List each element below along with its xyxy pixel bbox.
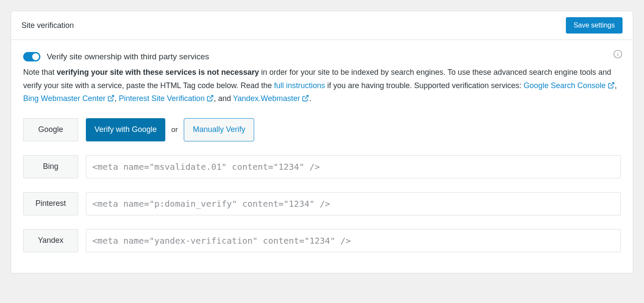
svg-line-5 <box>210 95 213 99</box>
svg-line-3 <box>611 83 614 86</box>
panel-body: Verify site ownership with third party s… <box>11 40 633 273</box>
toggle-label: Verify site ownership with third party s… <box>47 52 209 61</box>
panel-title: Site verification <box>21 21 74 30</box>
toggle-row: Verify site ownership with third party s… <box>23 52 621 61</box>
external-link-icon <box>608 80 615 87</box>
verify-with-google-button[interactable]: Verify with Google <box>86 118 165 141</box>
site-verification-panel: Site verification Save settings Verify s… <box>11 11 633 273</box>
description-text: Note that verifying your site with these… <box>23 66 621 105</box>
svg-line-6 <box>305 95 308 99</box>
google-search-console-link[interactable]: Google Search Console <box>524 81 615 90</box>
yandex-webmaster-link[interactable]: Yandex.Webmaster <box>233 94 309 103</box>
external-link-icon <box>207 93 214 100</box>
google-row: Google Verify with Google or Manually Ve… <box>23 118 621 141</box>
google-label: Google <box>23 118 78 141</box>
svg-point-1 <box>617 52 618 53</box>
or-text: or <box>171 125 178 134</box>
bing-row: Bing <box>23 155 621 178</box>
bing-label: Bing <box>23 155 78 178</box>
manually-verify-button[interactable]: Manually Verify <box>184 118 254 141</box>
svg-line-4 <box>110 95 114 99</box>
save-settings-button[interactable]: Save settings <box>566 17 623 34</box>
full-instructions-link[interactable]: full instructions <box>274 81 325 90</box>
pinterest-verification-link[interactable]: Pinterest Site Verification <box>119 94 214 103</box>
pinterest-row: Pinterest <box>23 192 621 215</box>
google-actions: Verify with Google or Manually Verify <box>86 118 254 141</box>
pinterest-label: Pinterest <box>23 192 78 215</box>
bing-input[interactable] <box>86 155 621 178</box>
external-link-icon <box>107 93 115 100</box>
yandex-label: Yandex <box>23 229 78 252</box>
info-icon[interactable] <box>613 49 623 59</box>
yandex-input[interactable] <box>86 229 621 252</box>
pinterest-input[interactable] <box>86 192 621 215</box>
yandex-row: Yandex <box>23 229 621 252</box>
panel-header: Site verification Save settings <box>11 11 633 40</box>
bing-webmaster-link[interactable]: Bing Webmaster Center <box>23 94 115 103</box>
verify-toggle[interactable] <box>23 52 40 61</box>
external-link-icon <box>302 93 309 100</box>
